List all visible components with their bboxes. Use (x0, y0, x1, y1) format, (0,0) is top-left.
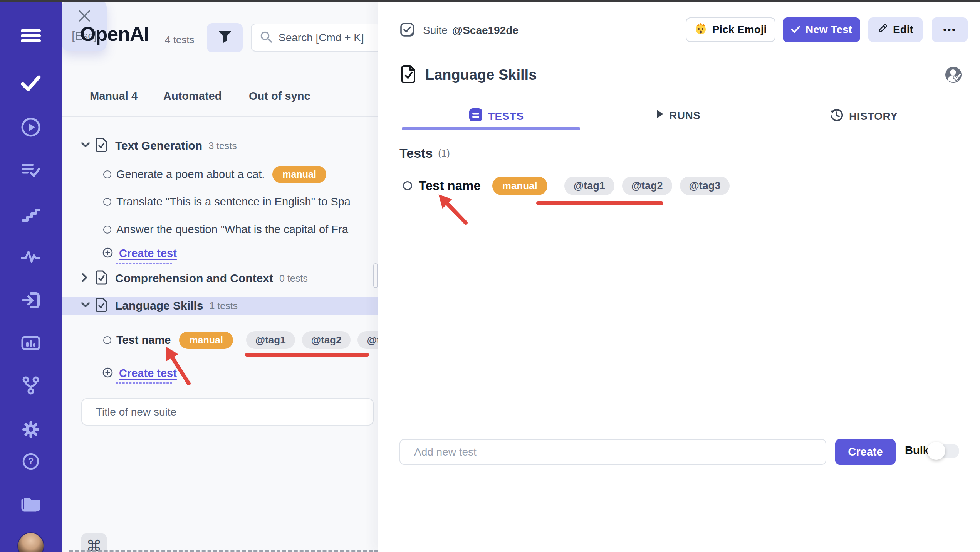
group-count: 3 tests (208, 140, 237, 151)
test-status-circle (103, 198, 111, 206)
tag-pill: @tag3 (357, 331, 379, 349)
funnel-icon (218, 30, 232, 45)
tag-pill: @tag3 (680, 177, 730, 195)
search-box[interactable] (251, 24, 379, 52)
account-check-icon[interactable] (945, 66, 962, 85)
create-test-dashed-underline (116, 263, 172, 264)
suite-title-row: Language Skills (401, 65, 537, 85)
more-actions-button[interactable]: ••• (932, 17, 968, 42)
file-check-icon (96, 270, 107, 286)
history-clock-icon (830, 108, 844, 125)
test-status-circle (103, 170, 111, 178)
add-test-box[interactable] (399, 439, 826, 465)
activity-icon[interactable] (21, 249, 40, 266)
exploding-head-emoji-icon (695, 22, 707, 37)
sidebar-nav: ? (0, 0, 62, 552)
test-label: Translate "This is a sentence in English… (116, 195, 351, 208)
add-test-input[interactable] (413, 446, 800, 459)
tree-test-row[interactable]: Answer the question "What is the capital… (103, 220, 378, 238)
section-count: (1) (438, 148, 450, 159)
tab-out-of-sync[interactable]: Out of sync (249, 90, 310, 103)
tab-tests[interactable]: TESTS (469, 108, 524, 125)
pick-emoji-button[interactable]: Pick Emoji (686, 17, 775, 42)
group-label: Text Generation (115, 139, 202, 152)
test-row[interactable]: Test name manual @tag1 @tag2 @tag3 (403, 177, 730, 195)
play-icon (656, 109, 664, 122)
test-label: Answer the question "What is the capital… (116, 223, 348, 236)
tab-runs[interactable]: RUNS (656, 109, 700, 122)
tree-test-row[interactable]: Generate a poem about a cat. manual (103, 165, 378, 183)
test-status-circle (403, 181, 412, 190)
tab-manual[interactable]: Manual 4 (90, 90, 138, 103)
edit-button[interactable]: Edit (868, 17, 923, 42)
drop-zone-dashed-border (69, 550, 378, 552)
new-suite-box[interactable] (81, 398, 374, 426)
tree-group-language-skills[interactable]: Language Skills 1 tests (81, 297, 378, 315)
create-test-link-row[interactable]: Create test (102, 364, 177, 382)
new-suite-input[interactable] (95, 406, 343, 419)
test-label: Test name (419, 178, 481, 193)
scrollbar-thumb[interactable] (373, 263, 378, 288)
stairs-icon[interactable] (21, 206, 40, 224)
folder-icon[interactable] (20, 495, 42, 514)
circle-plus-icon (102, 367, 113, 379)
tag-pill: @tag2 (302, 331, 351, 349)
tab-history[interactable]: HISTORY (830, 108, 898, 125)
section-heading: Tests (1) (399, 146, 450, 161)
window-top-strip (0, 0, 980, 2)
header-divider (378, 49, 980, 49)
ellipsis-icon: ••• (943, 24, 956, 35)
suite-check-icon (400, 22, 414, 39)
tree-test-row-test-name[interactable]: Test name manual @tag1 @tag2 @tag3 (103, 331, 378, 349)
file-check-icon (96, 138, 107, 154)
chevron-down-icon[interactable] (81, 142, 90, 150)
playlist-check-icon[interactable] (21, 162, 40, 180)
create-button[interactable]: Create (835, 439, 896, 465)
create-test-link-row[interactable]: Create test (102, 244, 177, 262)
chevron-right-icon[interactable] (82, 273, 88, 284)
tab-automated[interactable]: Automated (163, 90, 222, 103)
suite-detail-panel: Suite @Scae192de Pick Emoji New Test Edi… (378, 0, 980, 552)
chevron-down-icon[interactable] (81, 302, 90, 310)
tag-pill: @tag1 (246, 331, 295, 349)
exit-to-app-icon[interactable] (21, 291, 40, 311)
app-window: ? OpenAI 4 tests [Esc] Manual 4 Automate… (0, 0, 980, 552)
tree-test-row[interactable]: Translate "This is a sentence in English… (103, 193, 378, 210)
bulk-toggle[interactable] (928, 444, 959, 458)
suite-label: Suite (423, 24, 448, 37)
check-icon (791, 24, 800, 36)
new-test-button[interactable]: New Test (783, 17, 860, 42)
help-circle-icon[interactable]: ? (22, 453, 40, 472)
create-test-link[interactable]: Create test (119, 367, 177, 380)
tag-pill: @tag1 (564, 177, 614, 195)
check-icon[interactable] (20, 74, 41, 93)
page-title: Language Skills (425, 67, 537, 83)
tab-label: RUNS (669, 109, 700, 122)
tree-group-text-generation[interactable]: Text Generation 3 tests (81, 137, 378, 155)
edit-label: Edit (893, 24, 913, 36)
chart-card-icon[interactable] (21, 334, 40, 353)
create-test-link[interactable]: Create test (119, 247, 177, 260)
search-input[interactable] (278, 31, 372, 44)
test-status-circle (103, 336, 111, 344)
active-tab-underline (402, 127, 580, 130)
settings-gear-icon[interactable] (21, 420, 40, 441)
suite-id: @Scae192de (452, 24, 519, 37)
annotation-underline-right (536, 201, 663, 205)
test-label: Test name (116, 334, 171, 347)
filter-button[interactable] (207, 23, 243, 52)
manual-badge: manual (492, 177, 547, 195)
play-circle-icon[interactable] (20, 117, 41, 139)
new-test-label: New Test (805, 24, 852, 36)
source-branch-icon[interactable] (21, 376, 40, 397)
menu-icon[interactable] (21, 29, 41, 44)
user-avatar[interactable] (17, 532, 44, 552)
create-test-dashed-underline (116, 382, 172, 384)
command-key-button[interactable]: ⌘ (81, 533, 107, 552)
tree-group-comprehension[interactable]: Comprehension and Context 0 tests (82, 269, 378, 287)
suite-group-title: OpenAI (80, 22, 149, 45)
pick-emoji-label: Pick Emoji (712, 24, 767, 36)
file-check-icon (401, 65, 416, 85)
test-label: Generate a poem about a cat. (116, 168, 265, 181)
toggle-knob (927, 442, 945, 460)
